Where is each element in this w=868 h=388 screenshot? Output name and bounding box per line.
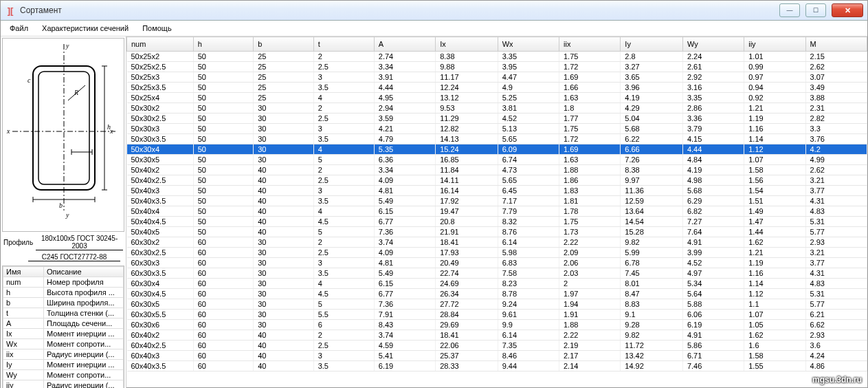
cell: 13.12: [436, 93, 498, 103]
cell: 4.44: [682, 144, 744, 155]
property-row[interactable]: bШирина профиля...: [3, 298, 124, 308]
table-row[interactable]: 50x25x2.550252.53.349.883.951.723.272.61…: [127, 62, 867, 72]
menu-characteristics[interactable]: Характеристики сечений: [36, 23, 135, 34]
maximize-button[interactable]: ☐: [805, 3, 826, 17]
table-row[interactable]: 50x30x5503056.3616.856.741.637.264.841.0…: [127, 155, 867, 165]
property-row[interactable]: WxМомент сопроти...: [3, 339, 124, 349]
cell: 60x30x4: [127, 279, 194, 289]
property-row[interactable]: WyМомент сопроти...: [3, 370, 124, 380]
column-header-Wy[interactable]: Wy: [682, 37, 744, 52]
property-row[interactable]: numНомер профиля: [3, 277, 124, 288]
cell: 6.78: [621, 258, 683, 268]
table-row[interactable]: 50x25x2502522.748.383.351.752.82.241.012…: [127, 52, 867, 62]
prop-desc: Ширина профиля...: [44, 298, 124, 308]
table-row[interactable]: 50x40x4504046.1519.477.791.7813.646.821.…: [127, 206, 867, 217]
table-row[interactable]: 50x30x3.550303.54.7914.135.651.726.224.1…: [127, 134, 867, 144]
table-row[interactable]: 60x40x3604035.4125.378.462.1713.426.711.…: [127, 351, 867, 361]
column-header-A[interactable]: A: [374, 37, 435, 52]
cell: 3.96: [621, 83, 683, 93]
column-header-M[interactable]: M: [805, 37, 867, 52]
table-row[interactable]: 60x30x4.560304.56.7726.348.781.978.475.6…: [127, 289, 867, 299]
column-header-iix[interactable]: iix: [559, 37, 621, 52]
column-header-Iy[interactable]: Iy: [621, 37, 683, 52]
cell: 5.49: [374, 196, 435, 206]
table-row[interactable]: 50x40x2504023.3411.844.731.888.384.191.5…: [127, 165, 867, 175]
cell: 2.8: [621, 52, 683, 62]
property-row[interactable]: iixРадиус инерции (...: [3, 349, 124, 360]
property-row[interactable]: AПлощадь сечени...: [3, 319, 124, 329]
data-grid-container[interactable]: numhbtAIxWxiixIyWyiiyM 50x25x2502522.748…: [126, 36, 867, 388]
cell: 1.63: [559, 155, 621, 165]
prop-desc: Момент инерции ...: [44, 360, 124, 370]
cell: 2: [313, 237, 374, 248]
cell: 50x25x4: [127, 93, 194, 103]
steel-grade: С245 ГОСТ27772-88: [28, 253, 120, 261]
cell: 5.25: [498, 93, 559, 103]
table-row[interactable]: 60x30x2603023.7418.416.142.229.824.911.6…: [127, 237, 867, 248]
table-row[interactable]: 50x25x3.550253.54.4412.244.91.663.963.16…: [127, 83, 867, 93]
cell: 7.58: [498, 268, 559, 279]
column-header-Ix[interactable]: Ix: [436, 37, 498, 52]
cell: 30: [254, 114, 314, 124]
prop-name: A: [3, 319, 44, 329]
titlebar[interactable]: ][ Сортамент — ☐ ✕: [1, 1, 867, 21]
cell: 60: [193, 258, 254, 268]
property-row[interactable]: IxМомент инерции ...: [3, 329, 124, 339]
cell: 1.72: [559, 134, 621, 144]
cell: 5.88: [682, 299, 744, 310]
cell: 25: [254, 72, 314, 83]
table-row[interactable]: 60x30x3.560303.55.4922.747.582.037.454.9…: [127, 268, 867, 279]
property-row[interactable]: IyМомент инерции ...: [3, 360, 124, 370]
cell: 5.98: [498, 248, 559, 258]
table-row[interactable]: 60x30x3603034.8120.496.832.066.784.521.1…: [127, 258, 867, 268]
table-row[interactable]: 60x30x5.560305.57.9128.849.611.919.16.06…: [127, 310, 867, 320]
table-row[interactable]: 50x30x4503045.3515.246.091.696.664.441.1…: [127, 144, 867, 155]
menu-file[interactable]: Файл: [3, 23, 34, 34]
prop-name: b: [3, 298, 44, 308]
property-row[interactable]: hВысота профиля ...: [3, 288, 124, 298]
table-row[interactable]: 50x30x3503034.2112.825.131.755.683.791.1…: [127, 124, 867, 134]
table-row[interactable]: 60x30x2.560302.54.0917.935.982.095.993.9…: [127, 248, 867, 258]
cell: 5.04: [621, 114, 683, 124]
table-row[interactable]: 60x30x4603046.1524.698.2328.015.341.144.…: [127, 279, 867, 289]
table-row[interactable]: 50x30x2.550302.53.5911.294.521.775.043.3…: [127, 114, 867, 124]
table-row[interactable]: 50x40x3.550403.55.4917.927.171.8112.596.…: [127, 196, 867, 206]
cell: 60: [193, 310, 254, 320]
cell: 9.82: [621, 330, 683, 341]
table-row[interactable]: 60x40x2604023.7418.416.142.229.824.911.6…: [127, 330, 867, 341]
table-row[interactable]: 60x30x6603068.4329.699.91.889.286.191.05…: [127, 320, 867, 330]
cell: 40: [254, 165, 314, 175]
menu-help[interactable]: Помощь: [136, 23, 178, 34]
minimize-button[interactable]: —: [779, 3, 800, 17]
cell: 2.61: [682, 62, 744, 72]
table-row[interactable]: 50x40x5504057.3621.918.761.7315.287.641.…: [127, 227, 867, 237]
data-grid[interactable]: numhbtAIxWxiixIyWyiiyM 50x25x2502522.748…: [126, 36, 867, 371]
table-row[interactable]: 60x40x3.560403.56.1928.339.442.1414.927.…: [127, 361, 867, 371]
prop-header-desc[interactable]: Описание: [44, 267, 124, 277]
table-row[interactable]: 50x30x2503022.949.533.811.84.292.861.212…: [127, 103, 867, 114]
property-row[interactable]: tТолщина стенки (...: [3, 308, 124, 319]
cell: 60x40x3: [127, 351, 194, 361]
column-header-b[interactable]: b: [254, 37, 314, 52]
close-button[interactable]: ✕: [832, 3, 863, 17]
table-row[interactable]: 50x40x3504034.8116.146.451.8311.365.681.…: [127, 186, 867, 196]
table-row[interactable]: 50x40x2.550402.54.0914.115.651.869.974.9…: [127, 175, 867, 186]
column-header-h[interactable]: h: [193, 37, 254, 52]
column-header-t[interactable]: t: [313, 37, 374, 52]
table-row[interactable]: 60x40x2.560402.54.5922.067.352.1911.725.…: [127, 341, 867, 351]
table-row[interactable]: 50x25x3502533.9111.174.471.693.652.920.9…: [127, 72, 867, 83]
column-header-iiy[interactable]: iiy: [744, 37, 805, 52]
cell: 22.74: [436, 268, 498, 279]
property-row[interactable]: iiyРадиус инерции (...: [3, 380, 124, 389]
prop-name: h: [3, 288, 44, 298]
table-row[interactable]: 60x30x5603057.3627.729.241.948.835.881.1…: [127, 299, 867, 310]
cell: 9.82: [621, 237, 683, 248]
cell: 1.19: [744, 114, 805, 124]
cell: 2.22: [559, 237, 621, 248]
table-row[interactable]: 50x25x4502544.9513.125.251.634.193.350.9…: [127, 93, 867, 103]
column-header-Wx[interactable]: Wx: [498, 37, 559, 52]
prop-header-name[interactable]: Имя: [3, 267, 44, 277]
table-row[interactable]: 50x40x4.550404.56.7720.88.321.7514.547.2…: [127, 217, 867, 227]
cell: 3.34: [374, 62, 435, 72]
column-header-num[interactable]: num: [127, 37, 194, 52]
